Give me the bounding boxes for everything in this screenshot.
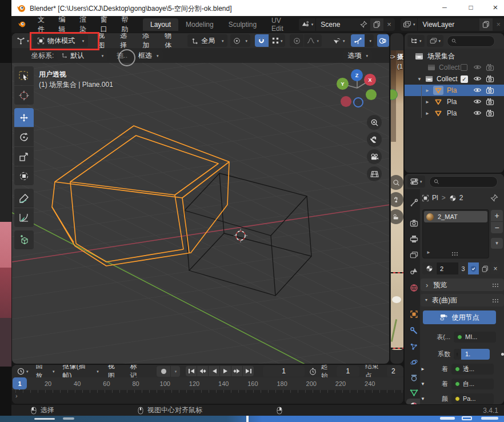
autokey-set-dropdown[interactable]: ▾ bbox=[171, 366, 180, 377]
autokey-record-button[interactable] bbox=[157, 366, 170, 377]
outliner-row-collection-hidden[interactable]: Collect bbox=[405, 62, 504, 73]
disable-render-camera-icon[interactable] bbox=[486, 63, 494, 71]
gizmo-axis-z-neg[interactable] bbox=[353, 97, 363, 108]
tool-move[interactable] bbox=[14, 108, 34, 127]
unlink-scene-button[interactable]: × bbox=[383, 20, 395, 29]
animate-dot[interactable] bbox=[501, 353, 504, 356]
shader1-button[interactable]: 透... bbox=[451, 364, 494, 375]
disable-render-camera-icon[interactable] bbox=[486, 75, 494, 82]
tab-output[interactable] bbox=[407, 233, 420, 245]
hide-eye-icon[interactable] bbox=[473, 109, 482, 117]
outliner-row-object[interactable]: ► Pla bbox=[405, 108, 504, 119]
collection-checkbox-checked[interactable]: ✓ bbox=[461, 75, 468, 83]
pivot-dropdown[interactable]: ▾ bbox=[230, 34, 250, 47]
hide-eye-icon[interactable] bbox=[473, 63, 482, 71]
disclosure-closed-icon[interactable]: ► bbox=[421, 367, 425, 372]
zoom-button[interactable] bbox=[367, 115, 382, 130]
menu-file[interactable]: 文件 bbox=[31, 16, 53, 33]
tab-material[interactable] bbox=[407, 400, 420, 404]
viewlayer-name-field[interactable]: ViewLayer bbox=[418, 21, 479, 29]
workspace-tab-layout[interactable]: Layout bbox=[143, 18, 178, 31]
menu-window[interactable]: 窗口 bbox=[94, 16, 115, 33]
workspace-tab-sculpting[interactable]: Sculpting bbox=[221, 18, 264, 31]
pin-icon[interactable] bbox=[490, 194, 498, 202]
tool-rotate[interactable] bbox=[14, 128, 34, 146]
tab-particles[interactable] bbox=[407, 340, 420, 353]
factor-socket-button[interactable] bbox=[454, 349, 461, 360]
end-frame-field[interactable]: 2 bbox=[387, 366, 403, 377]
tool-add-cube[interactable] bbox=[14, 230, 34, 249]
tab-constraints[interactable] bbox=[407, 371, 420, 384]
menu-edit[interactable]: 编辑 bbox=[53, 16, 74, 33]
workspace-tab-modeling[interactable]: Modeling bbox=[178, 18, 221, 31]
timeline-ruler[interactable]: 20406080100120140160180200220240 bbox=[12, 377, 403, 390]
viewport-menu-object[interactable]: 物体 bbox=[159, 33, 182, 48]
shader2-button[interactable]: 自... bbox=[451, 379, 494, 389]
visibility-dropdown[interactable]: ▾ bbox=[330, 34, 348, 47]
jump-to-start-button[interactable] bbox=[186, 366, 197, 376]
tab-modifiers[interactable] bbox=[407, 324, 420, 337]
timeline-tick-strip[interactable] bbox=[12, 390, 403, 404]
outliner-row-collection[interactable]: ▼ Collect ✓ bbox=[405, 73, 504, 85]
properties-search[interactable] bbox=[429, 176, 498, 188]
menu-render[interactable]: 渲染 bbox=[73, 16, 94, 33]
breadcrumb-object[interactable]: Pl bbox=[432, 194, 438, 202]
panel-drag-grip[interactable] bbox=[492, 283, 499, 287]
color-button[interactable]: Pa... bbox=[451, 393, 494, 404]
outliner-row-scene-collection[interactable]: 场景集合 bbox=[405, 50, 504, 62]
navigation-gizmo[interactable]: Z X Y bbox=[336, 67, 379, 111]
outliner-type-button[interactable]: ▾ bbox=[407, 35, 425, 47]
orientation-dropdown[interactable]: 全局 ▾ bbox=[187, 34, 227, 47]
breadcrumb-material[interactable]: 2 bbox=[459, 194, 463, 202]
properties-type-button[interactable]: ▾ bbox=[407, 176, 425, 188]
factor-value-slider[interactable]: 1. bbox=[461, 349, 490, 360]
maximize-button[interactable]: □ bbox=[458, 3, 484, 11]
panel-drag-grip[interactable] bbox=[492, 298, 499, 302]
material-breadcrumb-icon[interactable] bbox=[449, 194, 457, 202]
tab-render[interactable] bbox=[407, 217, 420, 229]
hide-eye-icon[interactable] bbox=[473, 98, 482, 105]
remove-viewlayer-button[interactable]: × bbox=[493, 20, 504, 29]
surface-shader-button[interactable]: MI... bbox=[454, 332, 496, 343]
tool-transform[interactable] bbox=[14, 166, 34, 185]
disclosure-open-icon[interactable]: ▼ bbox=[421, 396, 425, 401]
next-keyframe-button[interactable] bbox=[231, 366, 242, 376]
add-material-slot-button[interactable]: + bbox=[491, 210, 503, 221]
disclosure-closed-icon[interactable]: ► bbox=[425, 88, 431, 93]
tool-cursor[interactable] bbox=[14, 86, 34, 105]
disable-render-camera-icon[interactable] bbox=[486, 86, 494, 94]
ortho-toggle-button[interactable] bbox=[367, 166, 382, 181]
pin-icon[interactable] bbox=[357, 21, 370, 28]
users-count-button[interactable]: 3 bbox=[459, 262, 467, 274]
outliner-display-mode-button[interactable]: ▾ bbox=[427, 35, 444, 47]
menu-help[interactable]: 帮助 bbox=[115, 16, 136, 33]
slot-list-expand-icon[interactable]: ► bbox=[426, 250, 431, 255]
proportional-edit-toggle[interactable] bbox=[290, 34, 303, 47]
tab-object[interactable] bbox=[407, 308, 420, 320]
gizmos-toggle[interactable] bbox=[351, 34, 365, 47]
current-frame-field[interactable]: 1 bbox=[263, 366, 304, 377]
collection-checkbox-unchecked[interactable] bbox=[461, 64, 467, 71]
properties-search-input[interactable] bbox=[442, 178, 493, 186]
timeline-type-button[interactable]: ▾ bbox=[14, 365, 31, 377]
tab-view-layer[interactable] bbox=[407, 249, 420, 261]
strip-corner-widget[interactable]: <> bbox=[390, 54, 395, 60]
new-viewlayer-button[interactable] bbox=[479, 18, 493, 31]
gizmo-axis-x[interactable]: X bbox=[364, 74, 376, 86]
disclosure-open-icon[interactable]: ▼ bbox=[421, 381, 425, 387]
start-frame-field[interactable]: 1 bbox=[337, 366, 359, 377]
viewlayer-icon[interactable]: ▾ bbox=[401, 18, 418, 31]
camera-view-button[interactable] bbox=[367, 149, 382, 164]
gizmo-axis-z[interactable]: Z bbox=[351, 69, 363, 81]
unlink-material-button[interactable]: × bbox=[491, 262, 500, 274]
tab-object-data[interactable] bbox=[407, 387, 420, 399]
tool-scale[interactable] bbox=[14, 147, 34, 166]
snap-toggle[interactable] bbox=[255, 34, 269, 47]
tab-world[interactable] bbox=[407, 281, 420, 294]
preview-panel-header[interactable]: › 预览 bbox=[421, 278, 504, 291]
tab-tool[interactable] bbox=[407, 196, 420, 209]
pan-button[interactable] bbox=[367, 132, 382, 147]
proportional-falloff-dropdown[interactable]: ▾ bbox=[304, 34, 322, 47]
material-name-field[interactable]: 2 bbox=[437, 262, 458, 274]
play-reverse-button[interactable] bbox=[209, 366, 219, 376]
